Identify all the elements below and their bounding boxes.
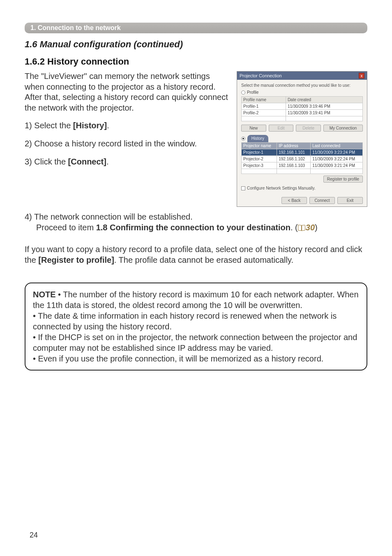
- profile-radio-label: Profile: [247, 90, 258, 95]
- step-4-bold: 1.8 Confirming the connection to your de…: [96, 223, 291, 232]
- proj-name: Projector-3: [242, 162, 277, 169]
- profile-name-cell: Profile-2: [242, 110, 286, 116]
- manual-settings-checkbox[interactable]: Configure Network Settings Manually.: [241, 186, 363, 190]
- chapter-header: 1. Connection to the network: [25, 23, 367, 33]
- table-row[interactable]: Projector-1 192.168.1.101 11/30/2009 3:2…: [242, 149, 363, 156]
- step-4-post: . (: [291, 223, 298, 232]
- step-3-pre: 3) Click the: [25, 157, 68, 166]
- intro-paragraph: The "LiveViewer" can memory the network …: [25, 71, 229, 113]
- note-line-4: • Even if you use the profile connection…: [33, 353, 359, 364]
- history-h3: Last connected: [311, 143, 363, 149]
- step-1: 1) Select the [History].: [25, 120, 229, 131]
- copy-bold: [Register to profile]: [38, 255, 114, 264]
- profile-radio[interactable]: Profile: [241, 90, 363, 95]
- dialog-titlebar: Projector Connection x: [237, 72, 367, 80]
- new-button[interactable]: New: [241, 125, 266, 132]
- profile-date-cell: 11/30/2009 3:19:41 PM: [286, 110, 362, 116]
- profile-table-h1: Profile name: [242, 97, 286, 103]
- profile-table-h2: Date created: [286, 97, 362, 103]
- copy-post: . The profile data cannot be erased auto…: [114, 255, 293, 264]
- proj-last: 11/30/2009 3:21:24 PM: [311, 162, 363, 169]
- step-3-bold: [Connect]: [68, 157, 106, 166]
- page-ref: 30: [306, 223, 315, 232]
- radio-icon: [241, 90, 245, 95]
- manual-settings-label: Configure Network Settings Manually.: [247, 186, 316, 190]
- profile-button-row: New Edit Delete My Connection: [241, 125, 363, 132]
- step-4: 4) The network connection will be establ…: [25, 212, 367, 233]
- history-h2: IP address: [277, 143, 311, 149]
- history-table: Projector name IP address Last connected…: [241, 142, 363, 174]
- subsection-title: 1.6.2 History connection: [25, 56, 367, 67]
- step-4-close: ): [315, 223, 318, 232]
- proj-name: Projector-1: [242, 149, 277, 156]
- step-2: 2) Choose a history record listed in the…: [25, 139, 229, 149]
- connect-button[interactable]: Connect: [309, 197, 335, 204]
- dialog-footer-buttons: < Back Connect Exit: [241, 197, 363, 204]
- history-radio-label: History: [247, 135, 268, 142]
- proj-last: 11/30/2009 3:23:24 PM: [311, 149, 363, 156]
- step-1-post: .: [107, 121, 109, 130]
- proj-last: 11/30/2009 3:22:24 PM: [311, 156, 363, 162]
- step-4-pre: Proceed to item: [36, 223, 96, 232]
- history-tab: History: [241, 135, 268, 142]
- step-1-pre: 1) Select the: [25, 121, 73, 130]
- proj-name: Projector-2: [242, 156, 277, 162]
- dialog-subtitle: Select the manual connection method you …: [241, 83, 363, 88]
- checkbox-icon: [241, 186, 245, 190]
- book-icon: [298, 225, 305, 231]
- copy-paragraph: If you want to copy a history record to …: [25, 244, 367, 265]
- table-row[interactable]: Projector-2 192.168.1.102 11/30/2009 3:2…: [242, 156, 363, 162]
- profile-name-cell: Profile-1: [242, 103, 286, 110]
- table-row[interactable]: Profile-2 11/30/2009 3:19:41 PM: [242, 110, 363, 116]
- profile-date-cell: 11/30/2009 3:19:46 PM: [286, 103, 362, 110]
- note-box: NOTE • The number of the history record …: [25, 283, 367, 371]
- proj-ip: 192.168.1.103: [277, 162, 311, 169]
- edit-button[interactable]: Edit: [269, 125, 294, 132]
- history-radio[interactable]: History: [241, 135, 363, 142]
- step-3-post: .: [106, 157, 109, 166]
- table-row[interactable]: Profile-1 11/30/2009 3:19:46 PM: [242, 103, 363, 110]
- projector-connection-dialog: Projector Connection x Select the manual…: [237, 71, 367, 207]
- page-number: 24: [30, 531, 38, 540]
- note-line-2: • The date & time information in each hi…: [33, 310, 359, 332]
- radio-icon: [241, 137, 245, 141]
- note-line-1: • The number of the history record is ma…: [33, 290, 359, 310]
- dialog-title-text: Projector Connection: [240, 73, 282, 78]
- delete-button[interactable]: Delete: [296, 125, 321, 132]
- note-line-3: • If the DHCP is set on in the projector…: [33, 332, 359, 353]
- history-h1: Projector name: [242, 143, 277, 149]
- myconnection-button[interactable]: My Connection: [323, 125, 363, 132]
- proj-ip: 192.168.1.102: [277, 156, 311, 162]
- step-3: 3) Click the [Connect].: [25, 157, 229, 167]
- step-4-line1: 4) The network connection will be establ…: [25, 212, 367, 222]
- note-label: NOTE: [33, 290, 56, 299]
- section-title: 1.6 Manual configuration (continued): [25, 39, 367, 50]
- table-row[interactable]: Projector-3 192.168.1.103 11/30/2009 3:2…: [242, 162, 363, 169]
- back-button[interactable]: < Back: [281, 197, 307, 204]
- register-to-profile-button[interactable]: Register to profile: [323, 176, 363, 183]
- close-icon[interactable]: x: [359, 73, 364, 79]
- step-1-bold: [History]: [73, 121, 107, 130]
- exit-button[interactable]: Exit: [337, 197, 363, 204]
- proj-ip: 192.168.1.101: [277, 149, 311, 156]
- profile-table: Profile name Date created Profile-1 11/3…: [241, 96, 363, 121]
